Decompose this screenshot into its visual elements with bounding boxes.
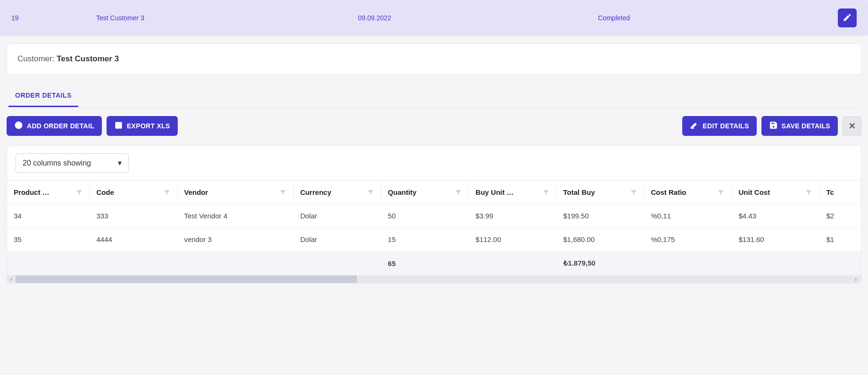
scroll-right-icon[interactable]: › — [851, 276, 860, 283]
col-code-label: Code — [97, 188, 115, 196]
save-details-button[interactable]: SAVE DETAILS — [761, 116, 838, 136]
edit-details-button[interactable]: EDIT DETAILS — [682, 116, 756, 136]
filter-icon[interactable] — [455, 189, 462, 196]
col-currency[interactable]: Currency — [293, 181, 381, 204]
filter-icon[interactable] — [805, 189, 812, 196]
col-buy-unit-price-label: Buy Unit … — [476, 188, 514, 196]
table-header-row: Product … Code Vendor Currency Quantity … — [7, 181, 861, 204]
col-total-buy[interactable]: Total Buy — [556, 181, 644, 204]
col-product-id[interactable]: Product … — [7, 181, 90, 204]
cell-quantity: 50 — [381, 204, 469, 228]
cell-quantity: 15 — [381, 228, 469, 251]
cell-product-id: 34 — [7, 204, 90, 228]
tab-order-details[interactable]: ORDER DETAILS — [8, 87, 78, 107]
close-button[interactable]: ✕ — [843, 117, 861, 135]
filter-icon[interactable] — [542, 189, 550, 196]
cell-product-id: 35 — [7, 228, 90, 251]
chevron-down-icon: ▾ — [118, 158, 122, 167]
cell-currency: Dolar — [293, 204, 381, 228]
add-order-detail-label: ADD ORDER DETAIL — [27, 122, 94, 130]
customer-name: Test Customer 3 — [57, 54, 119, 63]
filter-icon[interactable] — [75, 189, 83, 196]
customer-card: Customer: Test Customer 3 — [7, 43, 861, 75]
table-scroll-container[interactable]: Product … Code Vendor Currency Quantity … — [7, 180, 861, 275]
order-summary-row[interactable]: 19 Test Customer 3 09.09.2022 Completed — [0, 0, 868, 36]
footer-total-buy-sum: ₺1.879,50 — [556, 251, 644, 275]
save-details-label: SAVE DETAILS — [782, 122, 830, 130]
order-customer: Test Customer 3 — [87, 14, 349, 22]
filter-icon[interactable] — [279, 189, 287, 196]
cell-vendor: Test Vendor 4 — [177, 204, 293, 228]
cell-unit-cost: $4.43 — [732, 204, 819, 228]
col-vendor[interactable]: Vendor — [177, 181, 293, 204]
col-total-cost-trunc[interactable]: Tc — [819, 181, 861, 204]
cell-unit-cost: $131.60 — [732, 228, 819, 251]
col-total-buy-label: Total Buy — [563, 188, 595, 196]
plus-circle-icon — [14, 121, 23, 131]
order-date: 09.09.2022 — [349, 14, 589, 22]
customer-label: Customer: — [17, 54, 57, 63]
col-unit-cost[interactable]: Unit Cost — [732, 181, 819, 204]
cell-vendor: vendor 3 — [177, 228, 293, 251]
col-currency-label: Currency — [300, 188, 331, 196]
order-details-table-panel: 20 columns showing ▾ Product … Code Vend… — [7, 145, 861, 283]
col-cost-ratio-label: Cost Ratio — [651, 188, 686, 196]
scroll-thumb[interactable] — [16, 275, 357, 283]
svg-rect-3 — [116, 122, 122, 128]
save-icon — [769, 121, 778, 131]
edit-order-button[interactable] — [838, 8, 857, 27]
table-row[interactable]: 34 333 Test Vendor 4 Dolar 50 $3.99 $199… — [7, 204, 861, 228]
filter-icon[interactable] — [163, 189, 171, 196]
cell-total-cost: $2 — [819, 204, 861, 228]
tabs: ORDER DETAILS — [7, 87, 861, 108]
col-total-cost-label: Tc — [826, 188, 834, 196]
table-row[interactable]: 35 4444 vendor 3 Dolar 15 $112.00 $1,680… — [7, 228, 861, 251]
cell-cost-ratio: %0,11 — [644, 204, 732, 228]
add-order-detail-button[interactable]: ADD ORDER DETAIL — [7, 116, 102, 136]
col-quantity-label: Quantity — [388, 188, 417, 196]
col-unit-cost-label: Unit Cost — [738, 188, 770, 196]
export-xls-button[interactable]: EXPORT XLS — [107, 116, 178, 136]
edit-icon — [690, 121, 699, 131]
cell-code: 333 — [90, 204, 177, 228]
cell-total-buy: $1,680.00 — [556, 228, 644, 251]
cell-buy-unit-price: $112.00 — [469, 228, 556, 251]
columns-selector-label: 20 columns showing — [23, 159, 91, 167]
cell-currency: Dolar — [293, 228, 381, 251]
order-status: Completed — [588, 14, 828, 22]
cell-cost-ratio: %0,175 — [644, 228, 732, 251]
horizontal-scrollbar[interactable]: ‹ › — [7, 275, 861, 283]
export-xls-label: EXPORT XLS — [127, 122, 170, 130]
cell-total-cost: $1 — [819, 228, 861, 251]
footer-quantity-sum: 65 — [381, 251, 469, 275]
table-footer-row: 65 ₺1.879,50 — [7, 251, 861, 275]
cell-buy-unit-price: $3.99 — [469, 204, 556, 228]
filter-icon[interactable] — [367, 189, 374, 196]
col-quantity[interactable]: Quantity — [381, 181, 469, 204]
scroll-left-icon[interactable]: ‹ — [7, 276, 16, 283]
col-vendor-label: Vendor — [184, 188, 208, 196]
action-bar: ADD ORDER DETAIL EXPORT XLS EDIT DETAILS… — [7, 116, 861, 136]
col-code[interactable]: Code — [90, 181, 177, 204]
pencil-icon — [843, 13, 852, 24]
table-icon — [114, 121, 123, 131]
filter-icon[interactable] — [717, 189, 725, 196]
filter-icon[interactable] — [630, 189, 637, 196]
edit-details-label: EDIT DETAILS — [703, 122, 749, 130]
cell-total-buy: $199.50 — [556, 204, 644, 228]
col-cost-ratio[interactable]: Cost Ratio — [644, 181, 732, 204]
order-id: 19 — [2, 14, 87, 22]
columns-selector[interactable]: 20 columns showing ▾ — [16, 153, 129, 173]
col-product-id-label: Product … — [14, 188, 50, 196]
order-details-table: Product … Code Vendor Currency Quantity … — [7, 181, 861, 275]
col-buy-unit-price[interactable]: Buy Unit … — [469, 181, 556, 204]
close-icon: ✕ — [848, 120, 856, 132]
cell-code: 4444 — [90, 228, 177, 251]
